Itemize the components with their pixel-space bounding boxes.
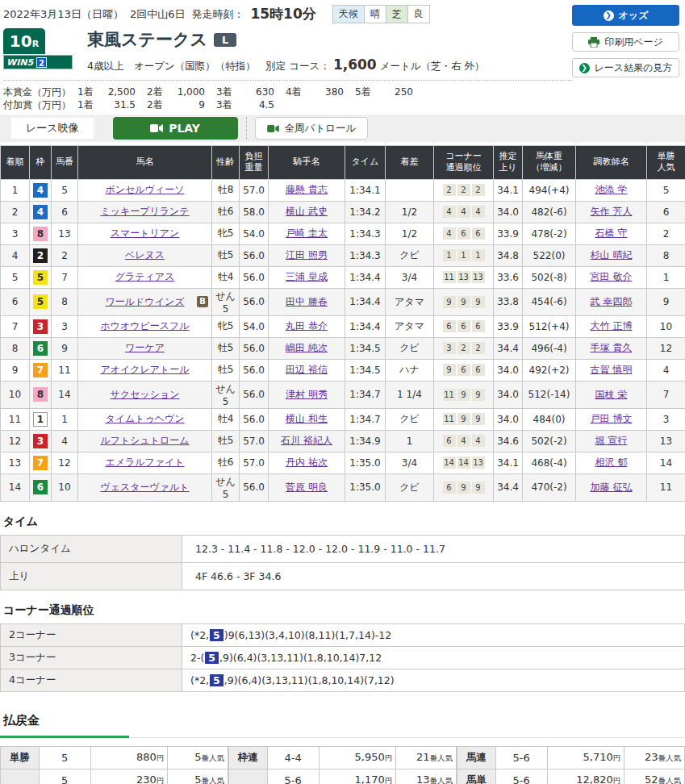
trainer-link[interactable]: 池添 学 <box>595 184 628 195</box>
bet-type-label: 枠連 <box>229 746 268 769</box>
frame-badge: 1 <box>33 412 48 427</box>
horse-link[interactable]: ヴェスターヴァルト <box>100 482 189 493</box>
jockey-link[interactable]: 石川 裕紀人 <box>281 435 332 446</box>
horse-link[interactable]: ベレヌス <box>125 249 165 261</box>
print-page-button[interactable]: 印刷用ページ <box>572 32 679 52</box>
cell-jockey: 三浦 皇成 <box>269 266 345 288</box>
cell-last-3f: 33.6 <box>494 266 523 288</box>
cell-trainer: 手塚 貴久 <box>576 337 647 359</box>
jockey-link[interactable]: 丹内 祐次 <box>286 457 328 468</box>
horse-link[interactable]: スマートリアン <box>111 227 180 239</box>
table-row: 1234ルフトシュトローム牡557.0石川 裕紀人1:34.9164434.65… <box>1 430 685 452</box>
payout-combination: 5-6 <box>267 769 319 784</box>
jockey-link[interactable]: 津村 明秀 <box>286 389 328 400</box>
cell-win-favorite: 11 <box>647 473 685 501</box>
cell-margin: 3/4 <box>386 452 434 473</box>
cell-win-favorite: 8 <box>647 244 685 266</box>
prize-item: 5着250 <box>355 85 424 98</box>
trainer-link[interactable]: 堀 宣行 <box>595 435 628 446</box>
cell-trainer: 加藤 征弘 <box>576 473 647 501</box>
cell-trainer: 戸田 博文 <box>576 408 647 430</box>
corner-position-box: 2 <box>457 184 470 196</box>
cell-corner-order: 1199 <box>434 381 494 408</box>
cell-jockey: 石川 裕紀人 <box>269 430 345 452</box>
frame-badge: 2 <box>33 248 48 263</box>
patrol-video-button[interactable]: 全周パトロール <box>255 117 369 140</box>
column-header: 推定 上り <box>494 146 523 180</box>
cell-sex-age: 牡5 <box>212 337 240 359</box>
trainer-link[interactable]: 杉山 晴紀 <box>591 249 633 261</box>
jockey-link[interactable]: 田中 勝春 <box>286 296 328 307</box>
horse-link[interactable]: ワールドウインズ <box>106 296 185 307</box>
cell-carried-weight: 56.0 <box>240 408 269 430</box>
horse-link[interactable]: ワーケア <box>125 342 165 353</box>
cell-jockey: 丸田 恭介 <box>269 315 345 337</box>
cell-trainer: 相沢 郁 <box>576 452 647 473</box>
time-row-label: 上り <box>1 562 182 590</box>
jockey-link[interactable]: 藤懸 貴志 <box>286 184 328 195</box>
horse-link[interactable]: ルフトシュトローム <box>100 435 189 446</box>
horse-link[interactable]: アオイクレアトール <box>100 364 189 375</box>
cell-win-favorite: 5 <box>647 179 685 201</box>
corner-position-box: 6 <box>472 364 485 376</box>
trainer-link[interactable]: 宮田 敬介 <box>591 271 633 282</box>
horse-link[interactable]: ボンセルヴィーソ <box>106 184 185 195</box>
trainer-link[interactable]: 矢作 芳人 <box>591 206 633 217</box>
trainer-link[interactable]: 戸田 博文 <box>591 413 633 424</box>
horse-link[interactable]: エメラルファイト <box>105 457 184 468</box>
jockey-link[interactable]: 嶋田 純次 <box>286 342 328 353</box>
jockey-link[interactable]: 三浦 皇成 <box>286 271 328 282</box>
payout-popularity: 21番人気 <box>396 746 457 769</box>
top-bar: 2022年3月13日（日曜） 2回中山6日 発走時刻： 15時10分 天候 晴 … <box>0 0 685 111</box>
jockey-link[interactable]: 田辺 裕信 <box>286 364 328 375</box>
cell-horse-name: スマートリアン <box>78 223 212 244</box>
jockey-link[interactable]: 横山 武史 <box>286 206 328 217</box>
guide-arrow-icon: ❯ <box>579 63 590 73</box>
payout-row: 馬連5-65,710円23番人気 <box>457 746 685 769</box>
horse-link[interactable]: ホウオウピースフル <box>100 320 189 332</box>
trainer-link[interactable]: 手塚 貴久 <box>591 342 633 353</box>
prize-item: 3着4.5 <box>216 98 286 111</box>
payout-table: 単勝5880円5番人気複勝5230円5番人気6380円6番人気13190円2番人… <box>0 746 228 784</box>
horse-link[interactable]: ミッキーブリランテ <box>100 206 189 217</box>
cell-win-favorite: 4 <box>647 359 685 381</box>
jockey-link[interactable]: 戸崎 圭太 <box>286 227 328 239</box>
payout-underline <box>0 728 685 738</box>
trainer-link[interactable]: 加藤 征弘 <box>591 482 633 493</box>
payout-row: 単勝5880円5番人気 <box>1 746 228 769</box>
cell-trainer: 古賀 慎明 <box>576 359 647 381</box>
cell-margin: 1 1/4 <box>386 381 434 408</box>
horse-link[interactable]: グラティアス <box>115 271 175 282</box>
table-row: 10814サクセッションせん556.0津村 明秀1:34.71 1/411993… <box>1 381 685 408</box>
horse-link[interactable]: サクセッション <box>111 389 180 400</box>
cell-finish-position: 6 <box>1 288 30 315</box>
cell-win-favorite: 2 <box>647 223 685 244</box>
trainer-link[interactable]: 武 幸四郎 <box>591 296 633 307</box>
jockey-link[interactable]: 丸田 恭介 <box>286 320 328 332</box>
horse-link[interactable]: タイムトゥヘヴン <box>105 413 184 424</box>
cell-jockey: 嶋田 純次 <box>269 337 345 359</box>
jockey-link[interactable]: 江田 照男 <box>286 249 328 261</box>
result-guide-button[interactable]: ❯ レース結果の見方 <box>572 58 679 77</box>
jockey-link[interactable]: 横山 和生 <box>286 413 328 424</box>
winner-highlight: 5 <box>210 629 223 641</box>
prize-amount: 250 <box>382 85 424 98</box>
trainer-link[interactable]: 大竹 正博 <box>591 320 633 332</box>
cell-body-weight: 478(-2) <box>523 223 576 244</box>
play-button[interactable]: PLAY <box>113 117 238 140</box>
race-video-tab[interactable]: レース映像 <box>11 118 94 139</box>
frame-badge: 6 <box>33 480 48 494</box>
cell-trainer: 国枝 栄 <box>576 381 647 408</box>
corner-position-box: 9 <box>472 296 485 308</box>
trainer-link[interactable]: 相沢 郁 <box>595 457 628 468</box>
jockey-link[interactable]: 菅原 明良 <box>286 482 328 493</box>
trainer-link[interactable]: 古賀 慎明 <box>591 364 633 375</box>
trainer-link[interactable]: 石橋 守 <box>595 227 628 239</box>
prize-amount: 9 <box>174 98 216 111</box>
trainer-link[interactable]: 国枝 栄 <box>595 389 628 400</box>
odds-button[interactable]: ❯ オッズ <box>572 5 679 26</box>
start-time-label: 発走時刻： <box>191 7 244 22</box>
yen-suffix: 円 <box>157 776 165 784</box>
cell-jockey: 丹内 祐次 <box>269 452 345 473</box>
corner-position-box: 9 <box>443 364 456 376</box>
